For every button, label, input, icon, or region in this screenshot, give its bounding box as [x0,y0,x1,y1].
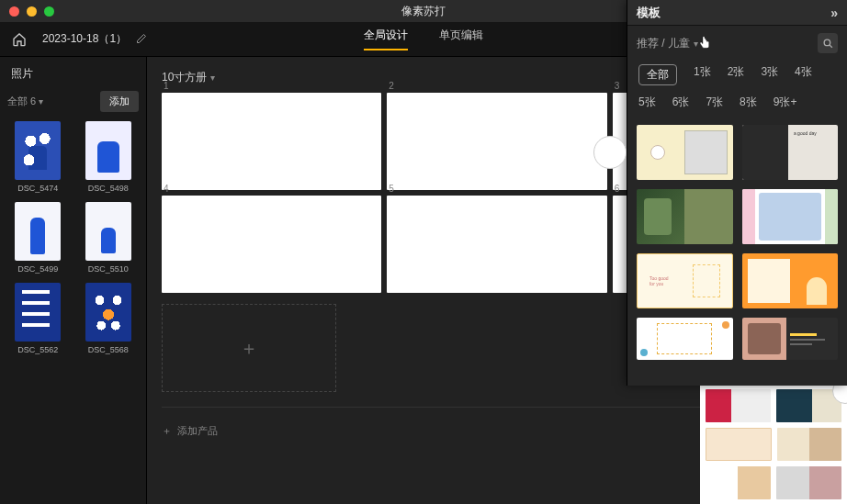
template-item[interactable] [706,466,771,499]
photos-sidebar: 照片 全部 6 ▾ 添加 DSC_5474 DSC_5498 [0,57,147,504]
chevron-down-icon: ▾ [694,39,698,49]
template-strip [700,386,847,504]
close-window-icon[interactable] [9,6,19,17]
template-item[interactable] [637,318,733,360]
templates-breadcrumb[interactable]: 推荐 / 儿童 [637,36,690,51]
chip-8[interactable]: 8张 [740,95,757,110]
template-item[interactable] [637,125,733,180]
chip-4[interactable]: 4张 [795,64,812,85]
chip-3[interactable]: 3张 [761,64,778,85]
tab-single-page-edit[interactable]: 单页编辑 [439,28,483,50]
template-item[interactable] [706,389,771,422]
project-name[interactable]: 2023-10-18（1） [42,31,127,47]
edit-project-name-icon[interactable] [136,33,147,46]
chip-all[interactable]: 全部 [638,64,677,85]
spread-page[interactable]: 1 [162,93,381,190]
minimize-window-icon[interactable] [27,6,37,17]
chip-1[interactable]: 1张 [694,64,711,85]
chip-2[interactable]: 2张 [728,64,745,85]
spread-page[interactable]: 2 [387,93,606,190]
photo-thumb[interactable]: DSC_5510 [78,202,140,274]
window-controls [9,6,54,17]
template-item[interactable] [706,428,772,461]
template-item[interactable]: a good day [742,125,839,180]
plus-icon: ＋ [162,424,172,438]
templates-title: 模板 [637,5,661,21]
photo-thumbnails: DSC_5474 DSC_5498 DSC_5499 DSC_5510 [7,121,139,354]
chip-9plus[interactable]: 9张+ [774,95,797,110]
chip-7[interactable]: 7张 [706,95,723,110]
chip-5[interactable]: 5张 [638,95,656,110]
tab-global-design[interactable]: 全局设计 [364,28,408,50]
photo-thumb[interactable]: DSC_5562 [7,283,69,354]
add-spread-button[interactable]: ＋ [162,304,336,392]
collapse-panel-icon[interactable]: » [830,6,838,20]
template-item[interactable] [776,466,841,499]
maximize-window-icon[interactable] [44,6,54,17]
template-count-filters: 全部 1张 2张 3张 4张 5张 6张 7张 8张 9张+ [627,61,847,119]
svg-point-0 [824,39,830,46]
plus-icon: ＋ [240,336,258,361]
drag-handle-circle[interactable] [593,136,627,169]
template-item[interactable] [742,189,839,244]
template-grid: a good day Too goodfor you [627,119,847,369]
chip-6[interactable]: 6张 [672,95,690,110]
album-size-selector[interactable]: 10寸方册 ▾ [162,70,215,85]
photo-thumb[interactable]: DSC_5474 [7,121,69,193]
template-item[interactable] [742,318,839,360]
template-item[interactable]: Too goodfor you [637,253,733,308]
photo-thumb[interactable]: DSC_5568 [78,283,140,354]
templates-panel: 模板 » 推荐 / 儿童 ▾ 全部 1张 2张 3张 4张 5张 6张 7张 8… [627,0,847,386]
home-icon[interactable] [11,31,28,48]
app-title: 像素苏打 [401,5,446,17]
design-tabs: 全局设计 单页编辑 [364,28,483,50]
template-item[interactable] [776,389,841,422]
photos-title: 照片 [7,66,139,82]
template-item[interactable] [637,189,733,244]
photos-group-selector[interactable]: 全部 6 ▾ [7,95,43,108]
photo-thumb[interactable]: DSC_5499 [7,202,69,274]
search-templates-icon[interactable] [818,33,838,53]
photo-thumb[interactable]: DSC_5498 [78,121,140,193]
cursor-pointer-icon [697,35,712,54]
template-item[interactable] [742,253,839,308]
chevron-down-icon: ▾ [39,96,43,106]
spread-page[interactable]: 4 [162,196,381,293]
add-photos-button[interactable]: 添加 [100,91,139,112]
chevron-down-icon: ▾ [210,73,215,83]
template-item[interactable] [777,428,841,461]
spread-page[interactable]: 5 [387,196,606,293]
